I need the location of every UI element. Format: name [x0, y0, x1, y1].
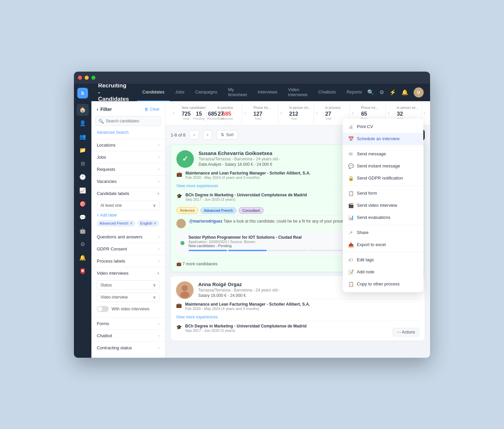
tag-advanced-french[interactable]: Advanced French ✕: [97, 220, 135, 227]
sidebar-item-home[interactable]: 🏠: [77, 104, 89, 116]
suitcase-icon: 💼: [176, 262, 181, 266]
stat-group-phone-int-1[interactable]: Phone Int... 127 Total: [248, 103, 278, 124]
tab-video-interviews[interactable]: Video interviews: [283, 84, 313, 101]
sidebar-item-bell[interactable]: 🔔: [77, 252, 89, 264]
stat-label: In person int...: [289, 106, 308, 110]
tab-chatbots[interactable]: Chatbots: [313, 84, 341, 101]
tab-reports[interactable]: Reports: [341, 84, 367, 101]
sidebar-item-folder[interactable]: 📁: [77, 144, 89, 156]
filter-section-video-header[interactable]: Video interviews ∧: [91, 267, 165, 279]
page-next-btn[interactable]: ›: [203, 130, 212, 140]
sidebar-item-bot[interactable]: 🤖: [77, 225, 89, 237]
sidebar-item-team[interactable]: 👥: [77, 131, 89, 143]
mention-avatar: [176, 219, 186, 228]
dropdown-item-send-instant[interactable]: 💬 Send instant message: [343, 160, 423, 172]
sidebar-item-person[interactable]: 👤: [77, 117, 89, 129]
add-label-btn[interactable]: + Add label: [97, 213, 160, 218]
stats-next-arrow-3[interactable]: ›: [278, 110, 284, 116]
tab-jobs[interactable]: Jobs: [170, 84, 190, 101]
chevron-down-icon: ›: [158, 247, 160, 251]
filter-section-vacancies: Vacancies ›: [91, 175, 165, 187]
titlebar-maximize[interactable]: [91, 76, 95, 80]
stats-next-arrow-4[interactable]: ›: [314, 110, 320, 116]
filter-section-requests-header[interactable]: Requests ›: [91, 163, 165, 175]
dropdown-item-copy-process[interactable]: 📋 Copy to other process: [343, 278, 423, 290]
experience-item-2: 💼 Maintenance and Lean Facturing Manager…: [176, 299, 419, 313]
tab-timesheet[interactable]: My timesheet: [223, 84, 252, 101]
user-avatar[interactable]: U: [414, 87, 424, 98]
tab-candidates[interactable]: Candidates: [137, 84, 170, 101]
nav-actions: 🔍 ⚙ ⚡ 🔔 U: [367, 87, 424, 98]
filter-section-chatbot-header[interactable]: Chatbot ›: [91, 330, 165, 342]
filter-section-jobs-header[interactable]: Jobs ›: [91, 151, 165, 163]
view-more-link-2[interactable]: View more experiences: [176, 313, 419, 321]
filter-section-qa-header[interactable]: Questions and answers ›: [91, 231, 165, 243]
video-interview-select[interactable]: Video interview ∨: [97, 292, 160, 302]
stat-group-new-candidates[interactable]: New candidates 725 Total 15 Pending: [176, 103, 207, 124]
dropdown-item-send-video[interactable]: 🎬 Send video interview: [343, 199, 423, 211]
with-video-toggle[interactable]: [97, 306, 109, 312]
copy-icon: 📋: [348, 281, 353, 287]
titlebar-close[interactable]: [78, 76, 82, 80]
gear-icon[interactable]: ⚙: [379, 89, 384, 95]
stat-group-in-person-1[interactable]: In person int... 212 Total: [284, 103, 314, 124]
app-logo[interactable]: b: [77, 88, 88, 99]
sidebar-item-clock[interactable]: 🕐: [77, 171, 89, 183]
dropdown-item-share[interactable]: ↗ Share: [343, 227, 423, 239]
tag-remove-icon[interactable]: ✕: [130, 221, 133, 226]
stats-next-arrow-2[interactable]: ›: [242, 110, 248, 116]
tab-interviews[interactable]: Interviews: [252, 84, 283, 101]
tag-english[interactable]: English ✕: [137, 220, 159, 227]
filter-section-vacancies-header[interactable]: Vacancies ›: [91, 176, 165, 187]
filter-section-labels-header[interactable]: Candidate labels ∧: [91, 188, 165, 199]
search-candidates-input[interactable]: [95, 116, 161, 126]
stats-next-arrow-1[interactable]: ›: [207, 110, 212, 116]
dropdown-item-send-form[interactable]: 📋 Send form: [343, 187, 423, 199]
advanced-search-link[interactable]: Advanced Search: [91, 130, 165, 139]
dropdown-item-add-note[interactable]: 📝 Add note: [343, 266, 423, 278]
progress-seg-4: [308, 250, 346, 251]
titlebar-minimize[interactable]: [85, 76, 89, 80]
search-icon[interactable]: 🔍: [367, 89, 374, 95]
dropdown-item-edit-tags[interactable]: 🏷 Edit tags: [343, 254, 423, 266]
tag-remove-icon[interactable]: ✕: [154, 221, 157, 226]
graduation-icon: 🎓: [176, 193, 182, 199]
sidebar-item-chat[interactable]: 💬: [77, 211, 89, 224]
candidate-actions-btn[interactable]: ⋯ Actions: [392, 328, 419, 337]
dropdown-item-export[interactable]: 📤 Export to excel: [343, 239, 423, 251]
sort-btn[interactable]: ⇅ Sort: [216, 130, 238, 140]
filter-section-contracting-header[interactable]: Contracting status ›: [91, 342, 165, 354]
mention-user[interactable]: @mariorodriguez: [189, 219, 222, 224]
stats-prev-arrow[interactable]: ‹: [171, 110, 176, 116]
dropdown-item-send-evaluations[interactable]: 📊 Send evaluations: [343, 211, 423, 224]
sidebar-item-settings[interactable]: ⚙: [77, 238, 89, 250]
stat-group-in-process-1[interactable]: In process 27 Total: [212, 103, 242, 124]
video-status-select[interactable]: Status ∨: [97, 280, 160, 290]
stats-next-arrow-7[interactable]: ›: [422, 110, 427, 116]
titlebar: [74, 72, 430, 84]
lightning-icon[interactable]: ⚡: [389, 89, 396, 95]
filter-section-gdpr-header[interactable]: GDPR Consent ›: [91, 243, 165, 255]
filter-section-forms-header[interactable]: Forms ›: [91, 318, 165, 329]
edu-date-2: Sep 2017 - Jun 2020 (3 years): [185, 328, 306, 333]
sidebar-item-grid[interactable]: ⊞: [77, 158, 89, 170]
sidebar-item-chart[interactable]: 📈: [77, 185, 89, 197]
progress-seg-1: [188, 250, 227, 251]
notification-icon[interactable]: 🔔: [402, 89, 408, 95]
labels-filter-select[interactable]: At least one ∨: [97, 201, 160, 210]
dropdown-item-schedule-interview[interactable]: 📅 Schedule an interview: [343, 133, 423, 145]
dropdown-item-send-message[interactable]: ✉ Send message: [343, 148, 423, 160]
calendar-icon: 📅: [348, 136, 353, 142]
page-prev-btn[interactable]: ‹: [190, 130, 199, 140]
filter-clear-btn[interactable]: 🗑 Clear: [144, 107, 160, 112]
stats-next-arrow-6[interactable]: ›: [386, 110, 391, 116]
filter-back-icon[interactable]: ‹: [97, 107, 98, 112]
tab-campaigns[interactable]: Campaigns: [190, 84, 223, 101]
sidebar-item-target[interactable]: 🎯: [77, 198, 89, 210]
filter-section-process-labels-header[interactable]: Process labels ›: [91, 255, 165, 267]
stats-next-arrow-5[interactable]: ›: [350, 110, 355, 116]
sidebar-item-inbox[interactable]: 📮: [77, 265, 89, 277]
dropdown-item-print-cv[interactable]: 🖨 Print CV: [343, 121, 423, 133]
filter-section-locations-header[interactable]: Locations ›: [91, 139, 165, 151]
dropdown-item-gdpr[interactable]: 🔒 Send GDPR notification: [343, 172, 423, 184]
